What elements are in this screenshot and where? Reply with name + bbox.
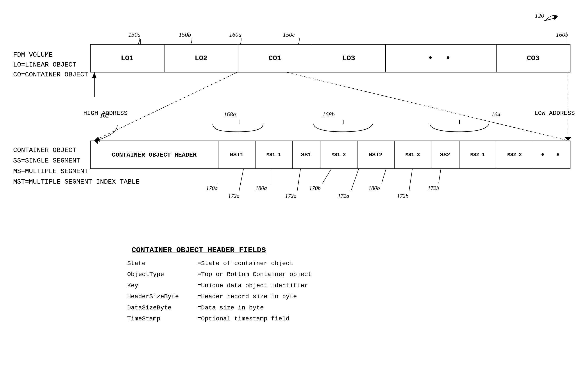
fdm-volume-label: FDM VOLUME LO=LINEAR OBJECT CO=CONTAINER… (13, 50, 88, 80)
ref-172a-2: 172a (285, 193, 296, 199)
vol-cell-lo3: LO3 (312, 44, 386, 72)
field-row-objecttype: ObjectType =Top or Bottom Container obje… (127, 269, 312, 280)
field-row-key: Key =Unique data object identifier (127, 280, 312, 291)
field-row-headersizebyte: HeaderSizeByte =Header record size in by… (127, 291, 312, 302)
con-cell-ss1: SS1 (293, 141, 320, 168)
con-cell-dots2: • • (533, 141, 570, 168)
svg-line-19 (439, 169, 441, 183)
field-value-objecttype: =Top or Bottom Container object (197, 269, 312, 280)
vol-cell-dots1: • • (386, 44, 496, 72)
vol-cell-co3: CO3 (496, 44, 570, 72)
field-name-datasizebyte: DataSizeByte (127, 302, 197, 313)
con-cell-mst2: MST2 (357, 141, 395, 168)
con-cell-ms2-1: MS2-1 (460, 141, 496, 168)
field-name-key: Key (127, 280, 197, 291)
svg-marker-22 (554, 16, 558, 20)
con-cell-ms1-2: MS1-2 (320, 141, 357, 168)
ref-120: 120 (535, 12, 544, 19)
con-cell-ss2: SS2 (431, 141, 459, 168)
ref-160b: 160b (556, 31, 568, 38)
fields-title: CONTAINER OBJECT HEADER FIELDS (132, 246, 266, 254)
ref-172a-3: 172a (338, 193, 349, 199)
container-row: CONTAINER OBJECT HEADER MST1 MS1-1 SS1 M… (90, 141, 570, 169)
con-cell-ms2-2: MS2-2 (496, 141, 533, 168)
fields-table: State =State of container object ObjectT… (127, 258, 312, 324)
field-value-datasizebyte: =Data size in byte (197, 302, 264, 313)
field-name-headersizebyte: HeaderSizeByte (127, 291, 197, 302)
ref-172b-1: 172b (397, 193, 408, 199)
ref-172a-1: 172a (228, 193, 240, 199)
field-value-headersizebyte: =Header record size in byte (197, 291, 297, 302)
volume-row: LO1 LO2 CO1 LO3 • • CO3 (90, 44, 570, 72)
ref-160a: 160a (229, 31, 242, 38)
field-row-timestamp: TimeStamp =Optional timestamp field (127, 313, 312, 324)
svg-line-2 (94, 72, 237, 141)
svg-line-0 (544, 18, 557, 21)
svg-line-15 (322, 169, 331, 183)
ref-164: 164 (491, 111, 501, 118)
field-name-state: State (127, 258, 197, 269)
ref-162: 162 (100, 112, 109, 119)
ref-170b: 170b (309, 185, 321, 191)
vol-cell-lo2: LO2 (165, 44, 238, 72)
field-name-timestamp: TimeStamp (127, 313, 197, 324)
diagram: 120 150a 150b 160a 150c 160b FDM VOLUME … (0, 0, 588, 374)
field-value-timestamp: =Optional timestamp field (197, 313, 290, 324)
ref-180b: 180b (368, 185, 380, 191)
ref-150a: 150a (128, 31, 141, 38)
con-cell-ms1-1: MS1-1 (255, 141, 293, 168)
ref-150b: 150b (179, 31, 191, 38)
svg-line-16 (351, 169, 359, 191)
field-value-key: =Unique data object identifier (197, 280, 308, 291)
svg-line-18 (409, 169, 412, 191)
field-row-state: State =State of container object (127, 258, 312, 269)
con-cell-mst1: MST1 (219, 141, 255, 168)
field-row-datasizebyte: DataSizeByte =Data size in byte (127, 302, 312, 313)
field-value-state: =State of container object (197, 258, 293, 269)
svg-line-4 (287, 72, 568, 141)
ref-172b-2: 172b (428, 185, 439, 191)
svg-marker-21 (92, 72, 96, 78)
svg-marker-6 (565, 137, 571, 141)
ref-168b: 168b (322, 111, 335, 118)
svg-line-12 (239, 169, 243, 191)
svg-line-1 (138, 39, 140, 44)
svg-line-17 (382, 169, 386, 183)
ref-150c: 150c (283, 31, 295, 38)
con-cell-ms1-3: MS1-3 (395, 141, 432, 168)
svg-line-14 (297, 169, 300, 191)
ref-180a: 180a (255, 185, 267, 191)
field-name-objecttype: ObjectType (127, 269, 197, 280)
con-cell-coh: CONTAINER OBJECT HEADER (91, 141, 219, 168)
ref-168a: 168a (224, 111, 236, 118)
vol-cell-lo1: LO1 (91, 44, 165, 72)
ref-170a: 170a (206, 185, 218, 191)
low-address-label: LOW ADDRESS (534, 110, 575, 117)
vol-cell-co1: CO1 (238, 44, 312, 72)
